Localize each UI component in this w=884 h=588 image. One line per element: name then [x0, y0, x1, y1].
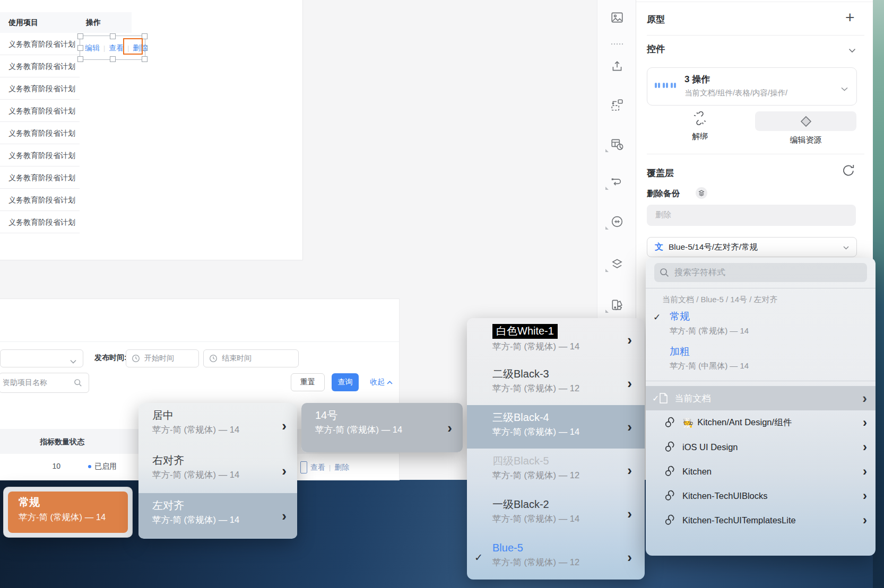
table-body: 义务教育阶段省计划 义务教育阶段省计划 义务教育阶段省计划 义务教育阶段省计划 … [0, 33, 132, 233]
override-placeholder: 删除 [655, 210, 671, 220]
export-icon[interactable] [610, 59, 624, 73]
edit-link[interactable]: 编辑 [85, 43, 100, 53]
edit-resource-button[interactable]: 编辑资源 [755, 111, 856, 145]
selection-handle[interactable] [77, 45, 83, 51]
view-link[interactable]: 查看 [109, 43, 124, 53]
project-type-select[interactable] [0, 349, 83, 367]
chevron-down-icon[interactable] [841, 84, 848, 93]
color-style-menu-item[interactable]: ✓ 二级Black-3 苹方-简 (常规体) — 12 › [467, 362, 645, 405]
character-style-option[interactable]: ✓ 加粗 苹方-简 (中黑体) — 14 [646, 340, 876, 375]
override-text-input[interactable]: 删除 [647, 205, 856, 226]
layers-icon[interactable] [610, 257, 624, 271]
chevron-right-icon: › [863, 416, 867, 429]
reset-button[interactable]: 重置 [291, 373, 325, 391]
library-source-row[interactable]: Kitchen-TechUITemplatesLite › [646, 508, 876, 532]
selection-handle[interactable] [110, 56, 116, 62]
query-button[interactable]: 查询 [332, 373, 359, 391]
more-dots-icon[interactable] [610, 37, 624, 51]
link-icon [664, 466, 676, 477]
document-icon [659, 393, 668, 403]
chevron-down-icon [70, 356, 76, 366]
widget-instance-card[interactable]: 3 操作 当前文档/组件/表格/内容/操作/ [647, 67, 857, 106]
menu-item-label: 白色White-1 [492, 324, 558, 339]
delete-link[interactable]: 删除 [334, 463, 349, 472]
color-swatches-icon[interactable] [610, 298, 624, 312]
add-interaction-icon[interactable]: + [845, 10, 855, 25]
menu-item-detail: 苹方-简 (常规体) — 14 [152, 514, 273, 526]
table-row: 义务教育阶段省计划 [0, 122, 132, 144]
text-style-select[interactable]: 文 Blue-5/14号/左对齐/常规 [647, 237, 857, 257]
color-style-menu-item[interactable]: ✓ 四级Black-5 苹方-简 (常规体) — 12 › [467, 449, 645, 492]
color-style-menu-item[interactable]: ✓ 白色White-1 苹方-简 (常规体) — 14 › [467, 318, 645, 362]
link-icon [664, 490, 676, 502]
style-options: ✓ 常规 苹方-简 (常规体) — 14 ✓ 加粗 苹方-简 (中黑体) — 1… [646, 305, 876, 375]
partially-hidden-edit-link[interactable] [300, 461, 307, 473]
view-link[interactable]: 查看 [310, 463, 325, 472]
end-time-input[interactable]: 结束时间 [203, 349, 299, 367]
project-name-placeholder: 资助项目名称 [3, 378, 47, 388]
library-source-row[interactable]: 🧑‍🍳 Kitchen/Ant Design/组件 › [646, 410, 876, 435]
section-divider [0, 341, 399, 342]
end-time-placeholder: 结束时间 [222, 354, 252, 363]
library-source-row[interactable]: Kitchen › [646, 459, 876, 484]
chevron-right-icon: › [282, 464, 287, 478]
dropdown-divider [646, 288, 876, 288]
alignment-menu-item[interactable]: 右对齐 苹方-简 (常规体) — 14 › [138, 448, 297, 493]
selection-handle[interactable] [110, 33, 116, 39]
source-label: 当前文档 [674, 392, 710, 405]
selection-handle[interactable] [77, 33, 83, 39]
start-time-input[interactable]: 开始时间 [126, 349, 199, 367]
unbind-button[interactable]: 解绑 [679, 111, 721, 142]
style-search-input[interactable]: 搜索字符样式 [654, 263, 867, 282]
color-style-menu-item[interactable]: ✓ Blue-5 苹方-简 (常规体) — 12 › [467, 536, 645, 579]
alignment-menu-item[interactable]: 居中 苹方-简 (常规体) — 14 › [138, 403, 297, 448]
connector-icon[interactable] [610, 175, 624, 189]
table-row: 义务教育阶段省计划 [0, 100, 132, 122]
chevron-right-icon: › [627, 507, 632, 521]
library-source-row[interactable]: Kitchen-TechUIBlocks › [646, 484, 876, 508]
text-style-icon: 文 [655, 242, 663, 253]
library-source-row[interactable]: iOS UI Design › [646, 435, 876, 459]
chevron-right-icon: › [863, 489, 867, 502]
table-cell-usage: 义务教育阶段省计划 [8, 218, 75, 226]
override-field-label: 删除备份 [647, 188, 680, 199]
selection-handle[interactable] [142, 56, 148, 62]
style-name: 常规 [670, 310, 876, 323]
status-dot [88, 465, 91, 468]
search-icon [74, 379, 82, 387]
style-detail: 苹方-简 (常规体) — 14 [670, 326, 876, 336]
color-style-menu: ✓ 白色White-1 苹方-简 (常规体) — 14 › ✓ 二级Black-… [467, 318, 645, 580]
table-row: 义务教育阶段省计划 [0, 144, 132, 166]
image-icon[interactable] [610, 11, 624, 24]
metric-count-value: 10 [37, 462, 60, 470]
character-style-option[interactable]: ✓ 常规 苹方-简 (常规体) — 14 [646, 305, 876, 340]
layers-badge-icon[interactable] [696, 187, 707, 199]
clock-icon [209, 354, 218, 363]
component-swap-icon[interactable] [610, 98, 624, 112]
text-style-value: Blue-5/14号/左对齐/常规 [669, 242, 758, 253]
screen: 使用项目 操作 义务教育阶段省计划 义务教育阶段省计划 义务教育阶段省计划 义务… [0, 0, 884, 588]
link-icon [664, 441, 676, 453]
source-current-document[interactable]: ✓ 当前文档 › [646, 386, 876, 410]
collapse-link[interactable]: 收起 [370, 378, 393, 387]
menu-item-regular[interactable]: 常规 苹方-简 (常规体) — 14 [8, 492, 128, 533]
menu-item-label: 一级Black-2 [492, 498, 549, 510]
project-name-input[interactable]: 资助项目名称 [0, 373, 89, 393]
selection-handle[interactable] [77, 56, 83, 62]
table-cell-usage: 义务教育阶段省计划 [8, 107, 75, 115]
chevron-right-icon: › [627, 463, 632, 477]
input-field-icon[interactable] [610, 215, 624, 229]
chevron-down-icon[interactable] [848, 46, 856, 55]
check-icon: ✓ [652, 393, 659, 403]
status-header: 状态 [70, 437, 84, 447]
column-header-usage: 使用项目 [8, 18, 38, 28]
reset-overrides-icon[interactable] [842, 163, 855, 179]
broken-link-icon [693, 111, 707, 125]
alignment-menu-item[interactable]: 左对齐 苹方-简 (常规体) — 14 › [138, 493, 297, 538]
chevron-right-icon: › [863, 514, 867, 526]
color-style-menu-item[interactable]: ✓ 三级Black-4 苹方-简 (常规体) — 14 › [467, 405, 645, 449]
table-chart-icon[interactable] [610, 137, 624, 151]
menu-item-14[interactable]: 14号 苹方-简 (常规体) — 14 › [301, 403, 463, 452]
menu-item-detail: 苹方-简 (常规体) — 14 [315, 424, 438, 436]
color-style-menu-item[interactable]: ✓ 一级Black-2 苹方-简 (常规体) — 14 › [467, 492, 645, 536]
